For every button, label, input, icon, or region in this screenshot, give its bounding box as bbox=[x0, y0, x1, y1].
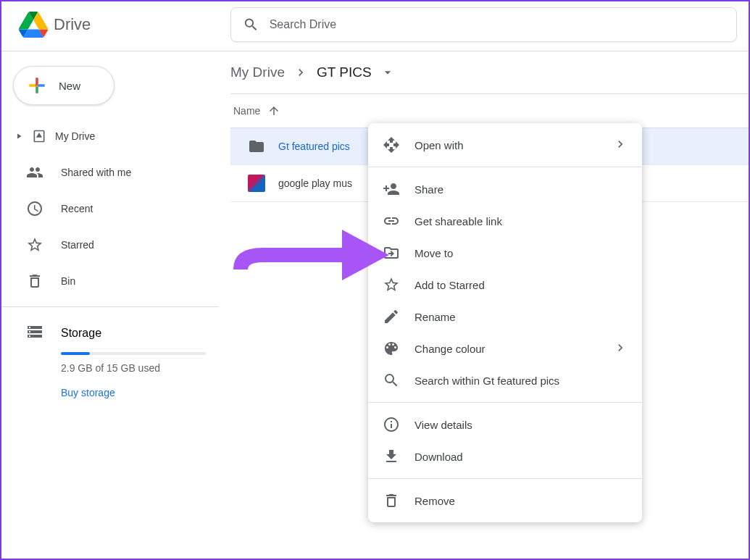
star-icon bbox=[26, 236, 43, 254]
buy-storage-link[interactable]: Buy storage bbox=[61, 387, 201, 398]
chevron-right-icon bbox=[293, 65, 308, 80]
download-icon bbox=[383, 448, 400, 465]
palette-icon bbox=[383, 340, 400, 357]
menu-move-to[interactable]: Move to bbox=[368, 237, 642, 269]
menu-open-with[interactable]: Open with bbox=[368, 129, 642, 161]
menu-item-label: Share bbox=[414, 183, 443, 196]
svg-marker-0 bbox=[36, 133, 42, 138]
sidebar-item-my-drive[interactable]: My Drive bbox=[1, 118, 219, 154]
search-input[interactable] bbox=[270, 18, 725, 31]
column-name: Name bbox=[233, 105, 260, 117]
storage-label: Storage bbox=[61, 327, 101, 340]
storage-section: Storage 2.9 GB of 15 GB used Buy storage bbox=[1, 314, 219, 398]
rename-icon bbox=[383, 308, 400, 325]
menu-change-colour[interactable]: Change colour bbox=[368, 333, 642, 364]
menu-item-label: Search within Gt featured pics bbox=[414, 375, 559, 387]
menu-share[interactable]: Share bbox=[368, 173, 642, 205]
sidebar-item-label: My Drive bbox=[55, 130, 95, 142]
link-icon bbox=[383, 212, 400, 230]
sidebar-item-recent[interactable]: Recent bbox=[1, 191, 219, 227]
person-add-icon bbox=[383, 180, 400, 198]
recent-icon bbox=[26, 200, 43, 217]
sort-arrow-icon[interactable] bbox=[267, 104, 280, 117]
search-icon bbox=[383, 372, 400, 389]
menu-remove[interactable]: Remove bbox=[368, 485, 642, 517]
sidebar-item-bin[interactable]: Bin bbox=[1, 263, 219, 299]
chevron-right-icon bbox=[613, 137, 628, 154]
app-title: Drive bbox=[54, 15, 91, 34]
sidebar-item-shared[interactable]: Shared with me bbox=[1, 154, 219, 191]
sidebar-item-label: Recent bbox=[61, 203, 93, 214]
header: Drive bbox=[1, 1, 749, 48]
menu-item-label: Download bbox=[414, 451, 463, 463]
menu-separator bbox=[368, 478, 642, 479]
storage-bar-fill bbox=[61, 352, 90, 355]
menu-item-label: Move to bbox=[414, 247, 453, 259]
sidebar-item-starred[interactable]: Starred bbox=[1, 227, 219, 263]
breadcrumb-current[interactable]: GT PICS bbox=[317, 64, 372, 80]
menu-item-label: Open with bbox=[414, 139, 464, 151]
menu-get-link[interactable]: Get shareable link bbox=[368, 205, 642, 237]
menu-view-details[interactable]: View details bbox=[368, 409, 642, 440]
sidebar-item-storage[interactable]: Storage bbox=[26, 323, 201, 352]
image-thumbnail bbox=[248, 175, 265, 192]
dropdown-icon[interactable] bbox=[380, 65, 395, 80]
storage-icon bbox=[26, 323, 43, 343]
row-name: google play mus bbox=[278, 177, 352, 189]
drive-logo-icon bbox=[19, 10, 48, 39]
breadcrumb: My Drive GT PICS bbox=[230, 62, 749, 93]
sidebar-divider bbox=[1, 306, 219, 307]
search-icon bbox=[243, 16, 259, 33]
plus-icon bbox=[25, 74, 49, 97]
shared-icon bbox=[26, 164, 43, 181]
menu-item-label: Remove bbox=[414, 495, 455, 507]
menu-download[interactable]: Download bbox=[368, 440, 642, 472]
info-icon bbox=[383, 416, 400, 433]
menu-item-label: Change colour bbox=[414, 343, 486, 355]
breadcrumb-root[interactable]: My Drive bbox=[230, 64, 285, 80]
chevron-right-icon bbox=[613, 340, 628, 357]
star-icon bbox=[383, 276, 400, 293]
new-button[interactable]: New bbox=[13, 66, 114, 105]
menu-item-label: Rename bbox=[414, 311, 456, 323]
expand-icon bbox=[14, 132, 23, 141]
storage-used-text: 2.9 GB of 15 GB used bbox=[61, 362, 201, 387]
context-menu: Open with Share Get shareable link Move … bbox=[368, 123, 642, 522]
row-name: Gt featured pics bbox=[278, 141, 350, 152]
trash-icon bbox=[383, 492, 400, 509]
bin-icon bbox=[26, 272, 43, 290]
folder-icon bbox=[248, 138, 265, 155]
menu-item-label: View details bbox=[414, 419, 472, 431]
menu-item-label: Add to Starred bbox=[414, 279, 485, 291]
menu-add-starred[interactable]: Add to Starred bbox=[368, 269, 642, 301]
menu-separator bbox=[368, 167, 642, 167]
new-button-label: New bbox=[59, 80, 80, 92]
menu-search-within[interactable]: Search within Gt featured pics bbox=[368, 364, 642, 396]
menu-item-label: Get shareable link bbox=[414, 215, 502, 227]
search-bar[interactable] bbox=[230, 7, 737, 42]
logo-section[interactable]: Drive bbox=[13, 10, 230, 39]
sidebar: New My Drive Shared with me Recent Starr… bbox=[1, 51, 219, 398]
sidebar-item-label: Bin bbox=[61, 275, 75, 287]
move-icon bbox=[383, 244, 400, 262]
sidebar-item-label: Starred bbox=[61, 239, 94, 251]
storage-bar bbox=[61, 352, 206, 355]
open-with-icon bbox=[383, 136, 400, 154]
sidebar-item-label: Shared with me bbox=[61, 167, 131, 178]
menu-rename[interactable]: Rename bbox=[368, 301, 642, 333]
menu-separator bbox=[368, 402, 642, 403]
drive-icon bbox=[30, 128, 48, 145]
